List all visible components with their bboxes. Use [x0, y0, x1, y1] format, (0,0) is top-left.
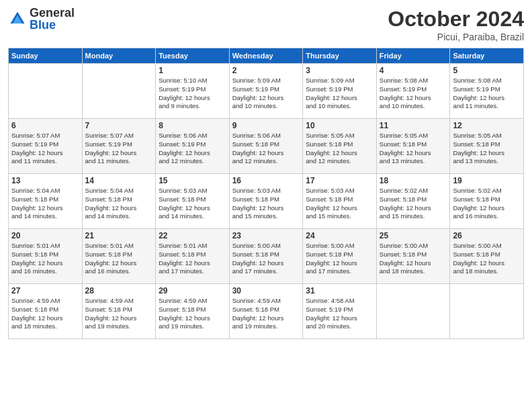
day-info: Sunrise: 5:10 AMSunset: 5:19 PMDaylight:…: [159, 77, 226, 111]
day-info: Sunrise: 5:09 AMSunset: 5:19 PMDaylight:…: [306, 77, 373, 111]
day-number: 10: [306, 121, 373, 130]
calendar-cell: 9Sunrise: 5:06 AMSunset: 5:18 PMDaylight…: [229, 119, 303, 174]
weekday-row: SundayMondayTuesdayWednesdayThursdayFrid…: [9, 48, 524, 64]
logo-general-label: General: [30, 7, 75, 19]
calendar-cell: 21Sunrise: 5:01 AMSunset: 5:18 PMDayligh…: [82, 229, 156, 284]
day-info: Sunrise: 5:03 AMSunset: 5:18 PMDaylight:…: [159, 187, 226, 221]
weekday-header: Monday: [82, 48, 156, 64]
logo-icon: [8, 9, 27, 28]
day-number: 1: [159, 66, 226, 75]
day-number: 19: [453, 176, 521, 185]
calendar-cell: 26Sunrise: 5:00 AMSunset: 5:18 PMDayligh…: [450, 229, 524, 284]
day-info: Sunrise: 4:59 AMSunset: 5:18 PMDaylight:…: [11, 297, 79, 331]
calendar-cell: 25Sunrise: 5:00 AMSunset: 5:18 PMDayligh…: [376, 229, 450, 284]
calendar-cell: 19Sunrise: 5:02 AMSunset: 5:18 PMDayligh…: [450, 174, 524, 229]
calendar-cell: 30Sunrise: 4:59 AMSunset: 5:18 PMDayligh…: [229, 284, 303, 339]
calendar-cell: [82, 64, 156, 119]
calendar-cell: 17Sunrise: 5:03 AMSunset: 5:18 PMDayligh…: [303, 174, 377, 229]
day-number: 2: [232, 66, 300, 75]
calendar-table: SundayMondayTuesdayWednesdayThursdayFrid…: [8, 48, 524, 339]
weekday-header: Saturday: [450, 48, 524, 64]
day-info: Sunrise: 4:59 AMSunset: 5:18 PMDaylight:…: [85, 297, 153, 331]
day-info: Sunrise: 5:03 AMSunset: 5:18 PMDaylight:…: [232, 187, 300, 221]
calendar-cell: 10Sunrise: 5:05 AMSunset: 5:18 PMDayligh…: [303, 119, 377, 174]
day-info: Sunrise: 5:00 AMSunset: 5:18 PMDaylight:…: [453, 242, 521, 276]
calendar-cell: [450, 284, 524, 339]
day-number: 12: [453, 121, 521, 130]
weekday-header: Wednesday: [229, 48, 303, 64]
day-number: 22: [159, 231, 226, 240]
day-info: Sunrise: 5:00 AMSunset: 5:18 PMDaylight:…: [232, 242, 300, 276]
day-info: Sunrise: 5:01 AMSunset: 5:18 PMDaylight:…: [11, 242, 79, 276]
day-number: 23: [232, 231, 300, 240]
calendar-cell: 24Sunrise: 5:00 AMSunset: 5:18 PMDayligh…: [303, 229, 377, 284]
calendar-cell: [9, 64, 83, 119]
day-number: 18: [380, 176, 447, 185]
day-number: 9: [232, 121, 300, 130]
calendar-cell: 2Sunrise: 5:09 AMSunset: 5:19 PMDaylight…: [229, 64, 303, 119]
day-info: Sunrise: 5:06 AMSunset: 5:18 PMDaylight:…: [232, 132, 300, 166]
calendar-cell: 15Sunrise: 5:03 AMSunset: 5:18 PMDayligh…: [156, 174, 230, 229]
day-info: Sunrise: 5:05 AMSunset: 5:18 PMDaylight:…: [306, 132, 373, 166]
day-info: Sunrise: 5:05 AMSunset: 5:18 PMDaylight:…: [380, 132, 447, 166]
calendar-cell: 8Sunrise: 5:06 AMSunset: 5:19 PMDaylight…: [156, 119, 230, 174]
calendar-cell: [376, 284, 450, 339]
weekday-header: Friday: [376, 48, 450, 64]
calendar-cell: 27Sunrise: 4:59 AMSunset: 5:18 PMDayligh…: [9, 284, 83, 339]
calendar-body: 1Sunrise: 5:10 AMSunset: 5:19 PMDaylight…: [9, 64, 524, 339]
calendar-cell: 23Sunrise: 5:00 AMSunset: 5:18 PMDayligh…: [229, 229, 303, 284]
day-number: 5: [453, 66, 521, 75]
day-number: 28: [85, 286, 153, 295]
calendar-cell: 3Sunrise: 5:09 AMSunset: 5:19 PMDaylight…: [303, 64, 377, 119]
day-number: 26: [453, 231, 521, 240]
day-info: Sunrise: 5:05 AMSunset: 5:18 PMDaylight:…: [453, 132, 521, 166]
calendar-week-row: 13Sunrise: 5:04 AMSunset: 5:18 PMDayligh…: [9, 174, 524, 229]
weekday-header: Tuesday: [156, 48, 230, 64]
day-number: 13: [11, 176, 79, 185]
day-info: Sunrise: 5:04 AMSunset: 5:18 PMDaylight:…: [85, 187, 153, 221]
day-number: 4: [380, 66, 447, 75]
day-info: Sunrise: 5:03 AMSunset: 5:18 PMDaylight:…: [306, 187, 373, 221]
day-info: Sunrise: 4:58 AMSunset: 5:19 PMDaylight:…: [306, 297, 373, 331]
calendar-cell: 22Sunrise: 5:01 AMSunset: 5:18 PMDayligh…: [156, 229, 230, 284]
calendar-cell: 18Sunrise: 5:02 AMSunset: 5:18 PMDayligh…: [376, 174, 450, 229]
day-info: Sunrise: 4:59 AMSunset: 5:18 PMDaylight:…: [159, 297, 226, 331]
day-number: 14: [85, 176, 153, 185]
day-info: Sunrise: 4:59 AMSunset: 5:18 PMDaylight:…: [232, 297, 300, 331]
calendar-cell: 14Sunrise: 5:04 AMSunset: 5:18 PMDayligh…: [82, 174, 156, 229]
calendar-cell: 6Sunrise: 5:07 AMSunset: 5:19 PMDaylight…: [9, 119, 83, 174]
calendar-cell: 29Sunrise: 4:59 AMSunset: 5:18 PMDayligh…: [156, 284, 230, 339]
calendar-cell: 20Sunrise: 5:01 AMSunset: 5:18 PMDayligh…: [9, 229, 83, 284]
calendar-cell: 13Sunrise: 5:04 AMSunset: 5:18 PMDayligh…: [9, 174, 83, 229]
day-number: 11: [380, 121, 447, 130]
day-info: Sunrise: 5:02 AMSunset: 5:18 PMDaylight:…: [380, 187, 447, 221]
day-number: 8: [159, 121, 226, 130]
weekday-header: Thursday: [303, 48, 377, 64]
day-number: 30: [232, 286, 300, 295]
logo: General Blue: [8, 7, 75, 31]
day-number: 17: [306, 176, 373, 185]
day-info: Sunrise: 5:08 AMSunset: 5:19 PMDaylight:…: [380, 77, 447, 111]
weekday-header: Sunday: [9, 48, 83, 64]
day-info: Sunrise: 5:08 AMSunset: 5:19 PMDaylight:…: [453, 77, 521, 111]
calendar-cell: 16Sunrise: 5:03 AMSunset: 5:18 PMDayligh…: [229, 174, 303, 229]
day-info: Sunrise: 5:02 AMSunset: 5:18 PMDaylight:…: [453, 187, 521, 221]
day-info: Sunrise: 5:09 AMSunset: 5:19 PMDaylight:…: [232, 77, 300, 111]
day-number: 16: [232, 176, 300, 185]
day-number: 6: [11, 121, 79, 130]
day-number: 27: [11, 286, 79, 295]
calendar-cell: 5Sunrise: 5:08 AMSunset: 5:19 PMDaylight…: [450, 64, 524, 119]
day-info: Sunrise: 5:04 AMSunset: 5:18 PMDaylight:…: [11, 187, 79, 221]
logo-blue-label: Blue: [30, 19, 75, 31]
day-number: 29: [159, 286, 226, 295]
calendar-week-row: 6Sunrise: 5:07 AMSunset: 5:19 PMDaylight…: [9, 119, 524, 174]
day-info: Sunrise: 5:06 AMSunset: 5:19 PMDaylight:…: [159, 132, 226, 166]
logo-text: General Blue: [30, 7, 75, 31]
location: Picui, Paraiba, Brazil: [388, 32, 524, 42]
calendar-cell: 4Sunrise: 5:08 AMSunset: 5:19 PMDaylight…: [376, 64, 450, 119]
day-number: 25: [380, 231, 447, 240]
calendar-week-row: 1Sunrise: 5:10 AMSunset: 5:19 PMDaylight…: [9, 64, 524, 119]
calendar-cell: 7Sunrise: 5:07 AMSunset: 5:19 PMDaylight…: [82, 119, 156, 174]
day-info: Sunrise: 5:07 AMSunset: 5:19 PMDaylight:…: [11, 132, 79, 166]
day-info: Sunrise: 5:07 AMSunset: 5:19 PMDaylight:…: [85, 132, 153, 166]
